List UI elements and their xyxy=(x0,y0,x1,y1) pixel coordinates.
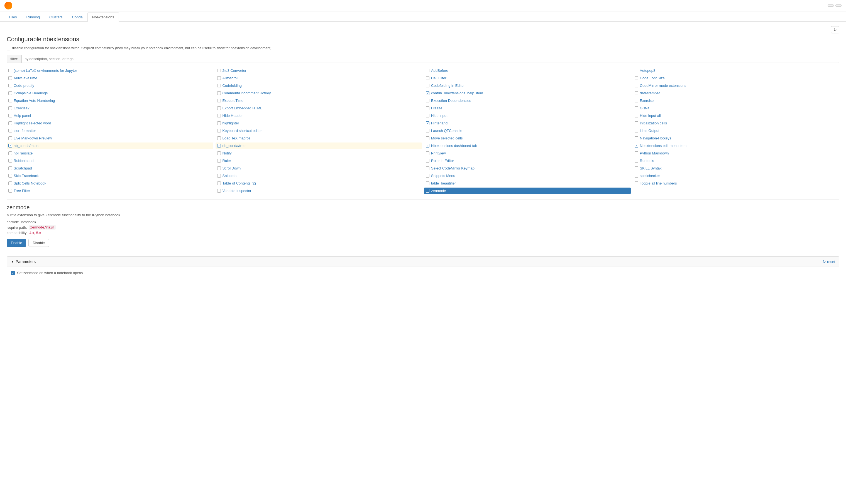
ext-link[interactable]: isort formatter xyxy=(14,129,36,133)
ext-item[interactable]: Exercise xyxy=(633,97,840,104)
ext-item[interactable]: Initialization cells xyxy=(633,120,840,126)
ext-item[interactable]: highlighter xyxy=(215,120,422,126)
tab-nbextensions[interactable]: Nbextensions xyxy=(87,13,119,22)
disable-button[interactable]: Disable xyxy=(29,239,49,247)
ext-link[interactable]: Table of Contents (2) xyxy=(223,181,256,185)
ext-link[interactable]: Exercise xyxy=(640,98,654,103)
enable-button[interactable]: Enable xyxy=(7,239,26,247)
ext-link[interactable]: Variable Inspector xyxy=(223,189,251,193)
disable-config-checkbox[interactable] xyxy=(7,47,10,50)
ext-item[interactable]: CodeMirror mode extensions xyxy=(633,83,840,89)
ext-item[interactable]: datestamper xyxy=(633,90,840,96)
ext-item[interactable]: Navigation-Hotkeys xyxy=(633,135,840,141)
ext-link[interactable]: Equation Auto Numbering xyxy=(14,98,55,103)
ext-item[interactable]: Equation Auto Numbering xyxy=(7,97,213,104)
ext-link[interactable]: Hide input xyxy=(431,113,447,118)
compat-value[interactable]: 4.x, 5.x xyxy=(29,231,41,235)
ext-link[interactable]: Load TeX macros xyxy=(223,136,251,140)
ext-link[interactable]: Snippets Menu xyxy=(431,174,455,178)
ext-link[interactable]: Highlight selected word xyxy=(14,121,51,125)
ext-link[interactable]: Cell Filter xyxy=(431,76,446,80)
ext-item[interactable]: Rubberband xyxy=(7,158,213,164)
ext-item[interactable]: table_beautifier xyxy=(424,180,631,186)
ext-item[interactable]: Hide Header xyxy=(215,112,422,119)
ext-item[interactable]: Ruler in Editor xyxy=(424,158,631,164)
ext-item[interactable]: Live Markdown Preview xyxy=(7,135,213,141)
ext-link[interactable]: AutoSaveTime xyxy=(14,76,37,80)
ext-item[interactable]: Snippets xyxy=(215,173,422,179)
ext-item[interactable]: Skip-Traceback xyxy=(7,173,213,179)
ext-item[interactable]: ✓Nbextensions edit menu item xyxy=(633,143,840,149)
ext-link[interactable]: nb_conda/tree xyxy=(223,144,246,148)
ext-link[interactable]: Notify xyxy=(223,151,232,155)
ext-item[interactable]: isort formatter xyxy=(7,127,213,134)
ext-item[interactable]: ✓Hinterland xyxy=(424,120,631,126)
ext-link[interactable]: spellchecker xyxy=(640,174,660,178)
ext-item[interactable]: Gist-it xyxy=(633,105,840,111)
ext-link[interactable]: Exercise2 xyxy=(14,106,30,110)
ext-item[interactable]: Cell Filter xyxy=(424,75,631,81)
ext-item[interactable]: ScrollDown xyxy=(215,165,422,172)
ext-link[interactable]: Codefolding in Editor xyxy=(431,84,465,88)
ext-item[interactable]: Export Embedded HTML xyxy=(215,105,422,111)
ext-link[interactable]: nbTranslate xyxy=(14,151,33,155)
ext-item[interactable]: Table of Contents (2) xyxy=(215,180,422,186)
ext-link[interactable]: Scratchpad xyxy=(14,166,32,170)
ext-link[interactable]: Tree Filter xyxy=(14,189,30,193)
ext-item[interactable]: SKILL Syntax xyxy=(633,165,840,172)
tab-conda[interactable]: Conda xyxy=(67,13,87,22)
ext-item[interactable]: Printview xyxy=(424,150,631,157)
ext-link[interactable]: Python Markdown xyxy=(640,151,669,155)
top-button-1[interactable] xyxy=(828,4,834,7)
ext-item[interactable]: Limit Output xyxy=(633,127,840,134)
ext-item[interactable]: 2to3 Converter xyxy=(215,67,422,74)
ext-link[interactable]: Nbextensions dashboard tab xyxy=(431,144,477,148)
ext-link[interactable]: ExecuteTime xyxy=(223,98,243,103)
ext-item[interactable]: Help panel xyxy=(7,112,213,119)
ext-item[interactable]: Split Cells Notebook xyxy=(7,180,213,186)
ext-link[interactable]: Autoscroll xyxy=(223,76,239,80)
ext-link[interactable]: Collapsible Headings xyxy=(14,91,48,95)
ext-item[interactable]: spellchecker xyxy=(633,173,840,179)
ext-link[interactable]: Limit Output xyxy=(640,129,659,133)
params-reset-btn[interactable]: ↻ reset xyxy=(823,259,835,264)
ext-item[interactable]: Hide input xyxy=(424,112,631,119)
ext-link[interactable]: Toggle all line numbers xyxy=(640,181,677,185)
ext-link[interactable]: AddBefore xyxy=(431,69,448,73)
ext-link[interactable]: Hide Header xyxy=(223,113,243,118)
ext-link[interactable]: highlighter xyxy=(223,121,239,125)
ext-item[interactable]: Comment/Uncomment Hotkey xyxy=(215,90,422,96)
ext-link[interactable]: table_beautifier xyxy=(431,181,456,185)
param-checkbox[interactable]: ✓ xyxy=(11,271,15,275)
ext-link[interactable]: Help panel xyxy=(14,113,31,118)
ext-link[interactable]: Select CodeMirror Keymap xyxy=(431,166,475,170)
ext-item[interactable]: ✓nb_conda/main xyxy=(7,143,213,149)
ext-link[interactable]: contrib_nbextensions_help_item xyxy=(431,91,483,95)
ext-link[interactable]: CodeMirror mode extensions xyxy=(640,84,686,88)
ext-item[interactable]: Highlight selected word xyxy=(7,120,213,126)
ext-item[interactable]: (some) LaTeX environments for Jupyter xyxy=(7,67,213,74)
ext-link[interactable]: Autopep8 xyxy=(640,69,655,73)
ext-item[interactable]: Exercise2 xyxy=(7,105,213,111)
ext-item[interactable]: AutoSaveTime xyxy=(7,75,213,81)
ext-link[interactable]: Snippets xyxy=(223,174,237,178)
ext-link[interactable]: SKILL Syntax xyxy=(640,166,662,170)
ext-link[interactable]: Split Cells Notebook xyxy=(14,181,46,185)
ext-item[interactable]: Python Markdown xyxy=(633,150,840,157)
ext-item[interactable]: Notify xyxy=(215,150,422,157)
ext-link[interactable]: Codefolding xyxy=(223,84,242,88)
ext-link[interactable]: ScrollDown xyxy=(223,166,241,170)
ext-link[interactable]: Runtools xyxy=(640,159,654,163)
ext-item[interactable]: Ruler xyxy=(215,158,422,164)
tab-running[interactable]: Running xyxy=(21,13,44,22)
ext-link[interactable]: nb_conda/main xyxy=(14,144,38,148)
tab-clusters[interactable]: Clusters xyxy=(45,13,67,22)
ext-link[interactable]: Code prettify xyxy=(14,84,34,88)
ext-item[interactable]: Code prettify xyxy=(7,83,213,89)
ext-item[interactable]: Snippets Menu xyxy=(424,173,631,179)
ext-item[interactable]: ✓nb_conda/tree xyxy=(215,143,422,149)
ext-link[interactable]: Ruler xyxy=(223,159,231,163)
ext-item[interactable]: Load TeX macros xyxy=(215,135,422,141)
ext-item[interactable]: Code Font Size xyxy=(633,75,840,81)
ext-item[interactable]: Runtools xyxy=(633,158,840,164)
